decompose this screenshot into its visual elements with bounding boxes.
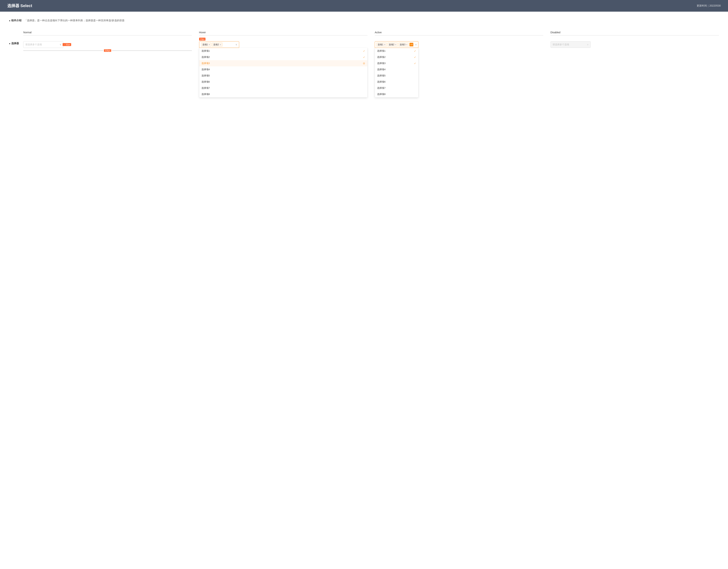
page-header: 选择器 Select 更新时间｜20220530 [0, 0, 728, 12]
width-annotation: 328px [23, 49, 192, 52]
normal-select-wrapper: 请选择多个选项 ∨ ←32px 328px [23, 41, 192, 52]
active-dropdown-item-5[interactable]: 选择项5 [375, 73, 418, 79]
demo-section: 选择器 Normal 请选择多个选项 ∨ ←32px [9, 31, 719, 98]
hover-select-arrow: ∨ [236, 43, 237, 46]
active-state-column: Active 选项1 ✕ 选项2 ✕ 选项3 [375, 31, 543, 98]
disabled-select-placeholder: 请选择多个选项 [553, 43, 585, 46]
normal-select-arrow: ∨ [60, 43, 61, 46]
intro-label: 组件介绍 [9, 19, 21, 22]
main-content: 组件介绍 「选择器」是一种点击选项向下弹出的一种菜单列表；选择器是一种支持单选/… [0, 12, 728, 105]
annotation-right-badge: ←32px [63, 43, 71, 46]
active-dropdown-item-7[interactable]: 选择项7 [375, 85, 418, 91]
intro-text: 「选择器」是一种点击选项向下弹出的一种菜单列表；选择器是一种支持单选/多选的容器 [24, 19, 124, 22]
hover-tag-1[interactable]: 选项1 ✕ [201, 43, 211, 47]
active-check-icon-2: ✓ [414, 56, 416, 59]
active-tag-1[interactable]: 选项1 ✕ [376, 43, 387, 47]
check-icon-1: ✓ [363, 50, 365, 52]
check-icon-2: ✓ [363, 56, 365, 59]
page-title: 选择器 Select [7, 3, 32, 9]
hover-dropdown-item-6[interactable]: 选择项6 [199, 79, 367, 85]
active-dropdown-item-4[interactable]: 选择项4 [375, 66, 418, 73]
disabled-state-header: Disabled [551, 31, 719, 35]
hover-dropdown-item-4[interactable]: 选择项4 [199, 66, 367, 73]
hover-padding-badge: 24px [199, 38, 206, 41]
intro-section: 组件介绍 「选择器」是一种点击选项向下弹出的一种菜单列表；选择器是一种支持单选/… [9, 19, 719, 22]
hover-dropdown-item-1[interactable]: 选择项1 ✓ [199, 48, 367, 54]
active-tag-2[interactable]: 选项2 ✕ [387, 43, 398, 47]
cursor-icon: ⊙ [363, 62, 365, 65]
hover-tag-2[interactable]: 选项2 ✕ [212, 43, 222, 47]
active-select-wrapper: 选项1 ✕ 选项2 ✕ 选项3 ✕ +4 ∨ [375, 41, 543, 98]
active-dropdown-item-3[interactable]: 选择项3 ✓ [375, 60, 418, 66]
active-dropdown-item-2[interactable]: 选择项2 ✓ [375, 54, 418, 60]
disabled-state-column: Disabled 请选择多个选项 ∨ [551, 31, 719, 98]
active-extra-badge: +4 [409, 43, 413, 46]
hover-dropdown-item-5[interactable]: 选择项5 [199, 73, 367, 79]
demo-section-label: 选择器 [9, 31, 19, 45]
active-dropdown-item-6[interactable]: 选择项6 [375, 79, 418, 85]
hover-dropdown-item-2[interactable]: 选择项2 ✓ [199, 54, 367, 60]
active-tag-2-close[interactable]: ✕ [395, 44, 396, 46]
hover-select-wrapper: 24px 选项1 ✕ 选项2 ✕ ∨ [199, 41, 367, 48]
hover-tag-1-close[interactable]: ✕ [209, 44, 210, 46]
hover-dropdown-item-7[interactable]: 选择项7 [199, 85, 367, 91]
page-meta: 更新时间｜20220530 [697, 4, 721, 7]
width-badge: 328px [104, 49, 111, 52]
active-tag-3-close[interactable]: ✕ [406, 44, 407, 46]
active-dropdown-item-1[interactable]: 选择项1 ✓ [375, 48, 418, 54]
disabled-select-box: 请选择多个选项 ∨ [551, 41, 591, 48]
normal-state-header: Normal [23, 31, 192, 35]
disabled-select-arrow: ∨ [587, 43, 589, 46]
active-dropdown-item-8[interactable]: 选择项8 [375, 91, 418, 97]
hover-tag-2-close[interactable]: ✕ [220, 44, 221, 46]
hover-dropdown: 选择项1 ✓ 选择项2 ✓ 选择项3 ⊙ 选择项4 [199, 48, 367, 98]
active-state-header: Active [375, 31, 543, 35]
active-select-box[interactable]: 选项1 ✕ 选项2 ✕ 选项3 ✕ +4 ∨ [375, 41, 418, 48]
hover-dropdown-item-3[interactable]: 选择项3 ⊙ [199, 60, 367, 66]
active-check-icon-1: ✓ [414, 50, 416, 52]
active-dropdown: 选择项1 ✓ 选择项2 ✓ 选择项3 ✓ 选择项4 [375, 48, 418, 98]
hover-select-box[interactable]: 选项1 ✕ 选项2 ✕ ∨ [199, 41, 239, 48]
hover-state-column: Hover 24px 选项1 ✕ 选项2 ✕ ∨ [199, 31, 367, 98]
normal-select-box[interactable]: 请选择多个选项 ∨ ←32px [23, 41, 63, 48]
states-container: Normal 请选择多个选项 ∨ ←32px 328px [23, 31, 719, 98]
normal-state-column: Normal 请选择多个选项 ∨ ←32px 328px [23, 31, 192, 98]
normal-select-placeholder: 请选择多个选项 [25, 43, 58, 46]
active-tag-3[interactable]: 选项3 ✕ [398, 43, 409, 47]
active-select-arrow: ∨ [415, 43, 417, 46]
active-check-icon-3: ✓ [414, 62, 416, 65]
hover-state-header: Hover [199, 31, 367, 35]
hover-dropdown-item-8[interactable]: 选择项8 [199, 91, 367, 97]
active-tag-1-close[interactable]: ✕ [384, 44, 385, 46]
